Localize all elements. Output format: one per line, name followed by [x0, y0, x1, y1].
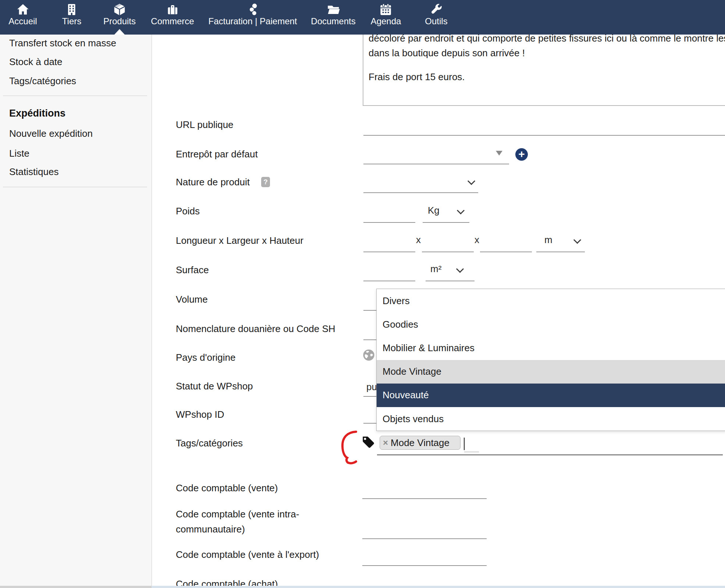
suitcase-icon [166, 3, 179, 16]
sidebar-item-stock-a-date[interactable]: Stock à date [9, 56, 63, 68]
cube-icon [113, 3, 126, 16]
hauteur-input[interactable] [480, 252, 532, 252]
calendar-icon [379, 3, 392, 16]
nav-item-commerce[interactable]: Commerce [151, 0, 194, 35]
entrepot-select[interactable] [363, 164, 509, 164]
largeur-input[interactable] [422, 252, 474, 252]
field-label-tags-categories: Tags/catégories [176, 438, 243, 449]
nav-item-documents[interactable]: Documents [311, 0, 355, 35]
field-label-volume: Volume [176, 294, 208, 305]
sidebar-item-transfert-stock[interactable]: Transfert stock en masse [9, 38, 116, 49]
field-label-poids: Poids [176, 206, 200, 217]
dropdown-option-mode-vintage[interactable]: Mode Vintage [377, 360, 725, 384]
nav-item-facturation[interactable]: Facturation | Paiement [208, 0, 297, 35]
nature-select[interactable] [363, 192, 478, 193]
bottom-strip-sidebar [0, 586, 152, 588]
folder-open-icon [327, 3, 340, 16]
tags-input-underline[interactable] [377, 455, 723, 455]
home-icon [16, 3, 29, 16]
field-label-cc-intra: Code comptable (vente intra-communautair… [176, 507, 319, 537]
dropdown-option-objets-vendus[interactable]: Objets vendus [377, 407, 725, 431]
dropdown-option-mobilier[interactable]: Mobilier & Luminaires [377, 336, 725, 360]
sidebar-item-liste[interactable]: Liste [9, 148, 29, 159]
dropdown-option-nouveaute[interactable]: Nouveauté [377, 384, 725, 407]
sidebar-heading-expeditions: Expéditions [9, 108, 65, 119]
field-label-entrepot: Entrepôt par défaut [176, 149, 258, 160]
dropdown-arrow-icon[interactable] [496, 151, 502, 156]
dropdown-option-divers[interactable]: Divers [377, 289, 725, 313]
description-line: Frais de port 15 euros. [369, 60, 725, 84]
bottom-strip-main [152, 586, 725, 588]
cc-vente-input[interactable] [362, 498, 487, 499]
wrench-icon [430, 3, 443, 16]
field-label-pays: Pays d'origine [176, 352, 236, 363]
nav-item-tiers[interactable]: Tiers [62, 0, 81, 35]
building-icon [65, 3, 78, 16]
chevron-down-icon[interactable] [456, 266, 463, 272]
url-publique-input[interactable] [363, 135, 725, 136]
surface-input[interactable] [363, 281, 415, 281]
field-label-cc-vente: Code comptable (vente) [176, 482, 278, 494]
add-warehouse-button[interactable]: + [515, 148, 528, 161]
tags-search-input[interactable] [464, 452, 479, 452]
text-cursor [464, 438, 465, 450]
field-label-cc-export: Code comptable (vente à l'export) [176, 549, 319, 560]
poids-input[interactable] [363, 222, 415, 223]
dimensions-unit-value: m [544, 234, 552, 246]
nav-item-accueil[interactable]: Accueil [8, 0, 37, 35]
chip-label: Mode Vintage [391, 437, 449, 449]
top-navbar: Accueil Tiers Produits [0, 0, 725, 35]
field-label-dimensions: Longueur x Largeur x Hauteur [176, 235, 303, 246]
description-line: dans la boutique depuis son arrivée ! [369, 46, 725, 60]
field-label-nomenclature: Nomenclature douanière ou Code SH [176, 323, 335, 335]
field-label-url-publique: URL publique [176, 119, 234, 131]
dolibarr-product-page: décoloré par endroit et qui comporte de … [0, 0, 725, 588]
chip-remove-icon[interactable]: × [383, 438, 388, 448]
dropdown-option-goodies[interactable]: Goodies [377, 313, 725, 336]
sidebar-divider [3, 187, 147, 187]
nav-item-outils[interactable]: Outils [425, 0, 447, 35]
statut-wpshop-value[interactable]: pu [366, 381, 377, 393]
dimension-separator: x [416, 234, 421, 246]
sidebar-divider [3, 96, 147, 96]
sidebar-item-nouvelle-expedition[interactable]: Nouvelle expédition [9, 128, 93, 139]
field-label-statut-wpshop: Statut de WPshop [176, 381, 253, 392]
globe-icon [363, 349, 375, 361]
chevron-down-icon[interactable] [457, 207, 464, 214]
nav-item-agenda[interactable]: Agenda [371, 0, 401, 35]
cc-export-input[interactable] [362, 565, 487, 566]
field-label-surface: Surface [176, 264, 209, 276]
poids-unit-select[interactable] [423, 222, 469, 223]
longueur-input[interactable] [363, 252, 415, 252]
chevron-down-icon[interactable] [468, 178, 475, 185]
sidebar-item-tags-categories[interactable]: Tags/catégories [9, 75, 76, 87]
left-sidebar: Transfert stock en masse Stock à date Ta… [0, 35, 152, 588]
poids-unit-value: Kg [428, 205, 440, 216]
help-icon[interactable]: ? [261, 177, 270, 187]
cc-intra-input[interactable] [362, 538, 487, 539]
tag-chip-mode-vintage[interactable]: × Mode Vintage [380, 436, 461, 450]
surface-unit-select[interactable] [426, 281, 475, 281]
tag-icon [362, 435, 374, 448]
sidebar-item-statistiques[interactable]: Statistiques [9, 166, 58, 178]
nav-item-produits[interactable]: Produits [103, 0, 136, 35]
red-annotation-bracket [337, 427, 362, 468]
surface-unit-value: m² [430, 263, 441, 275]
field-label-wpshop-id: WPshop ID [176, 409, 224, 420]
chevron-down-icon[interactable] [574, 237, 580, 243]
dimensions-unit-select[interactable] [536, 252, 585, 252]
field-label-nature: Nature de produit [176, 177, 250, 188]
tags-dropdown-list: Divers Goodies Mobilier & Luminaires Mod… [376, 289, 725, 431]
dimension-separator: x [475, 234, 479, 246]
active-tab-caret [114, 29, 125, 35]
coins-icon [246, 3, 259, 16]
